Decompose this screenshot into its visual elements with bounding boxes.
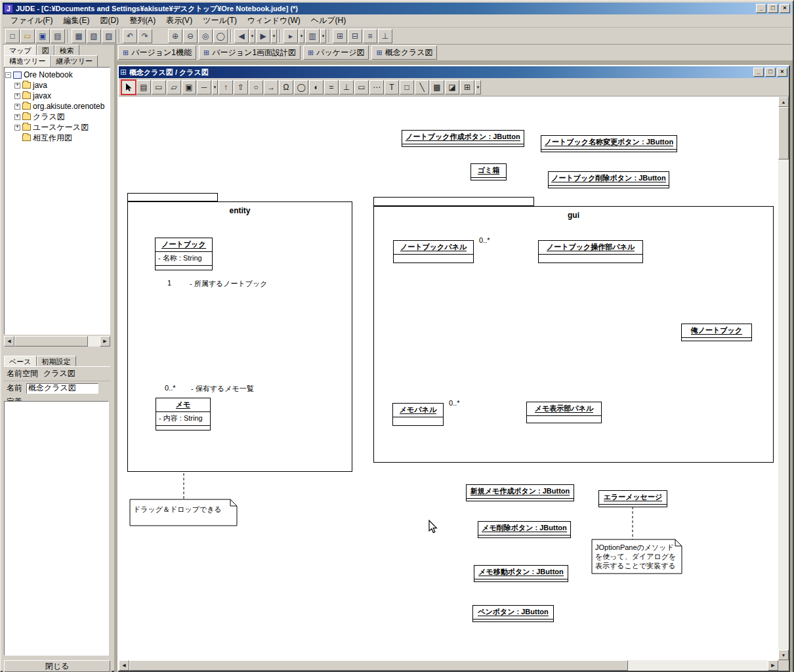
pointer-mode-button[interactable]: ▸ <box>283 29 298 43</box>
rect-tool-button[interactable]: □ <box>400 80 414 94</box>
actor-tool-button[interactable]: Ω <box>279 80 293 94</box>
instance-tool-button[interactable]: ○ <box>249 80 263 94</box>
scroll-down-button[interactable]: ▼ <box>778 650 789 660</box>
dependency-tool-button[interactable]: → <box>264 80 278 94</box>
align-vertical-button[interactable]: ⊥ <box>378 29 392 43</box>
uml-class-box[interactable]: 新規メモ作成ボタン : JButton <box>466 484 574 501</box>
zoom-fit-button[interactable]: ◯ <box>213 29 228 43</box>
model-tool-button[interactable]: ▣ <box>182 80 196 94</box>
uml-class-box[interactable]: ノートブックパネル <box>393 240 474 263</box>
collapse-icon[interactable]: - <box>5 72 11 78</box>
structure-view-button[interactable]: ⊞ <box>333 29 347 43</box>
name-input[interactable] <box>26 383 98 394</box>
nav-forward-button[interactable]: ▶ <box>256 29 270 43</box>
menu-edit[interactable]: 編集(E) <box>58 14 94 28</box>
image-tool-button[interactable]: ▩ <box>430 80 444 94</box>
minimize-button[interactable]: _ <box>756 4 766 13</box>
canvas-horizontal-scrollbar[interactable]: ◀ ▶ <box>119 660 778 671</box>
inner-minimize-button[interactable]: _ <box>753 68 764 77</box>
frame-tool-button[interactable]: ▭ <box>354 80 369 94</box>
print-button[interactable]: ▤ <box>51 29 65 43</box>
association-tool-button[interactable]: ─ <box>197 80 211 94</box>
tree-item[interactable]: + org.akisute.orenoteb <box>5 101 109 112</box>
definition-textarea[interactable] <box>4 401 109 656</box>
multiplicity-label[interactable]: 0..* <box>449 399 460 407</box>
uml-class-box[interactable]: メモパネル <box>392 403 444 426</box>
diagram-tab-concept-class[interactable]: ⊞ 概念クラス図 <box>371 45 437 60</box>
multiplicity-label[interactable]: 0..* <box>479 236 490 244</box>
scroll-left-button[interactable]: ◀ <box>4 336 14 346</box>
scrollbar-thumb[interactable] <box>778 107 789 159</box>
nav-back-dropdown[interactable]: ▼ <box>249 29 255 43</box>
scroll-left-button[interactable]: ◀ <box>119 660 129 671</box>
maximize-button[interactable]: □ <box>768 4 778 13</box>
zoom-reset-button[interactable]: ◎ <box>198 29 213 43</box>
role-label[interactable]: - 保有するメモ一覧 <box>191 384 254 394</box>
uml-class-box[interactable]: メモ削除ボタン : JButton <box>478 521 571 538</box>
menu-align[interactable]: 整列(A) <box>124 14 161 28</box>
menu-help[interactable]: ヘルプ(H) <box>306 14 352 28</box>
list-tool-button[interactable]: ▤ <box>136 80 151 94</box>
uml-class-box[interactable]: ノートブック作成ボタン : JButton <box>402 130 524 147</box>
zoom-out-button[interactable]: ⊖ <box>183 29 198 43</box>
grid-tool-button[interactable]: ⊞ <box>460 80 474 94</box>
copy-button[interactable]: ▦ <box>72 29 86 43</box>
zoom-in-button[interactable]: ⊕ <box>168 29 182 43</box>
tree-item[interactable]: + java <box>5 80 109 91</box>
tree-horizontal-scrollbar[interactable]: ◀ ▶ <box>4 336 110 346</box>
uml-class-box[interactable]: メモ表示部パネル <box>526 402 602 423</box>
scroll-right-button[interactable]: ▶ <box>768 660 778 671</box>
redo-button[interactable]: ↷ <box>138 29 152 43</box>
uml-class-box[interactable]: メモ - 内容 : String <box>156 398 211 430</box>
duplicate-button[interactable]: ▨ <box>102 29 116 43</box>
uml-package-entity-tab[interactable] <box>127 193 218 201</box>
usecase-tool-button[interactable]: ◯ <box>294 80 308 94</box>
nav-back-button[interactable]: ◀ <box>234 29 249 43</box>
uml-class-box[interactable]: ノートブック削除ボタン : JButton <box>548 171 669 188</box>
uml-class-box[interactable]: ノートブック操作部パネル <box>538 240 643 263</box>
class-tool-button[interactable]: ▭ <box>152 80 166 94</box>
select-tool-button[interactable] <box>121 80 136 94</box>
package-tool-button[interactable]: ▱ <box>167 80 181 94</box>
tab-inherit-tree[interactable]: 継承ツリー <box>51 55 98 67</box>
scrollbar-thumb[interactable] <box>14 336 88 346</box>
uml-class-box[interactable]: ペンボタン : JButton <box>472 605 554 622</box>
line-tool-button[interactable]: ╲ <box>415 80 429 94</box>
diagram-tab-version1-function[interactable]: ⊞ バージョン1機能 <box>118 45 196 60</box>
uml-note[interactable]: JOptionPaneのメソッド を使って、ダイアログを 表示することで実装する <box>595 543 679 570</box>
diagram-window-titlebar[interactable]: ⊞ 概念クラス図 / クラス図 _ □ × <box>119 66 789 78</box>
canvas-vertical-scrollbar[interactable]: ▲ ▼ <box>778 96 789 660</box>
uml-class-box[interactable]: メモ移動ボタン : JButton <box>474 565 568 582</box>
expand-icon[interactable]: + <box>14 93 20 99</box>
paste-button[interactable]: ▧ <box>87 29 101 43</box>
association-tool-dropdown[interactable]: ▼ <box>212 80 218 94</box>
nav-forward-dropdown[interactable]: ▼ <box>271 29 277 43</box>
window-titlebar[interactable]: J JUDE - [C:¥Documents and Settings¥akis… <box>3 3 791 14</box>
inherit-view-button[interactable]: ⊟ <box>348 29 362 43</box>
menu-window[interactable]: ウィンドウ(W) <box>242 14 306 28</box>
tree-item[interactable]: + javax <box>5 91 109 101</box>
inner-restore-button[interactable]: □ <box>765 68 776 77</box>
uml-note[interactable]: ドラッグ＆ドロップできる <box>133 505 234 514</box>
inner-close-button[interactable]: × <box>777 68 787 77</box>
menu-view[interactable]: 表示(V) <box>161 14 198 28</box>
uml-class-box[interactable]: ゴミ箱 <box>470 163 507 180</box>
align-horizontal-button[interactable]: ≡ <box>363 29 377 43</box>
diagram-list-dropdown[interactable]: ▼ <box>320 29 326 43</box>
text-tool-button[interactable]: T <box>385 80 399 94</box>
scroll-right-button[interactable]: ▶ <box>100 336 110 346</box>
tree-item[interactable]: 相互作用図 <box>5 133 109 143</box>
tree-item[interactable]: + ユースケース図 <box>5 122 109 133</box>
uml-class-box[interactable]: ノートブック - 名称 : String <box>155 238 213 270</box>
scrollbar-thumb[interactable] <box>129 660 628 671</box>
close-panel-button[interactable]: 閉じる <box>4 660 110 672</box>
menu-diagram[interactable]: 図(D) <box>94 14 124 28</box>
dashed-box-tool-button[interactable]: ⋯ <box>369 80 384 94</box>
expand-icon[interactable]: + <box>14 125 20 131</box>
scroll-up-button[interactable]: ▲ <box>778 96 789 107</box>
uml-class-box[interactable]: ノートブック名称変更ボタン : JButton <box>541 135 677 152</box>
uml-class-box[interactable]: エラーメッセージ <box>598 490 667 507</box>
expand-icon[interactable]: + <box>14 104 20 110</box>
undo-button[interactable]: ↶ <box>123 29 137 43</box>
diagram-tab-version1-screen-design[interactable]: ⊞ バージョン1画面設計図 <box>199 45 301 60</box>
